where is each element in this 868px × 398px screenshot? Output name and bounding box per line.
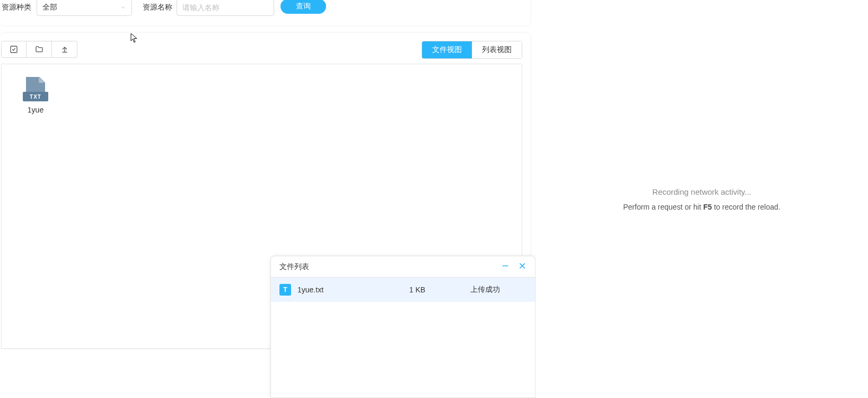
close-button[interactable] (518, 262, 527, 272)
view-switch: 文件视图 列表视图 (422, 41, 522, 59)
minus-icon (501, 262, 510, 270)
devtools-hint-key: F5 (703, 203, 712, 211)
devtools-recording-text: Recording network activity... (652, 187, 751, 196)
upload-file-status: 上传成功 (444, 285, 527, 295)
category-select[interactable]: 全部 (37, 0, 132, 16)
new-folder-button[interactable] (27, 41, 52, 58)
devtools-network-panel: Recording network activity... Perform a … (536, 0, 868, 398)
upload-list-actions (501, 262, 527, 272)
file-manager-page: 资源种类 全部 资源名称 查询 文件视图 列表视图 (0, 0, 536, 398)
filter-bar: 资源种类 全部 资源名称 查询 (0, 0, 530, 25)
query-button[interactable]: 查询 (280, 0, 326, 14)
minimize-button[interactable] (501, 262, 510, 272)
devtools-hint-prefix: Perform a request or hit (623, 203, 703, 211)
upload-button[interactable] (52, 41, 77, 58)
upload-row[interactable]: T 1yue.txt 1 KB 上传成功 (271, 278, 535, 302)
select-all-button[interactable] (1, 41, 27, 58)
check-square-icon (10, 45, 18, 54)
chevron-down-icon (120, 4, 126, 11)
list-view-button[interactable]: 列表视图 (472, 41, 522, 58)
txt-file-icon: TXT (23, 77, 48, 102)
file-name-label: 1yue (28, 106, 43, 114)
upload-list-popup: 文件列表 T 1yue.txt 1 KB 上传成功 (270, 256, 536, 398)
name-label: 资源名称 (143, 3, 172, 12)
upload-list-header: 文件列表 (271, 256, 535, 278)
close-icon (518, 262, 527, 270)
filetype-icon: T (279, 284, 291, 296)
category-selected-text: 全部 (42, 3, 57, 12)
upload-file-size: 1 KB (391, 285, 444, 294)
file-item[interactable]: TXT 1yue (14, 77, 57, 114)
svg-rect-0 (11, 46, 17, 53)
file-view-button[interactable]: 文件视图 (422, 41, 472, 58)
name-input[interactable] (182, 0, 268, 15)
upload-list-title: 文件列表 (279, 262, 309, 272)
upload-icon (60, 45, 69, 54)
name-input-wrap (177, 0, 274, 16)
toolbar (1, 41, 77, 58)
folder-icon (35, 45, 43, 54)
upload-file-name: 1yue.txt (297, 285, 391, 294)
devtools-hint-suffix: to record the reload. (712, 203, 781, 211)
category-label: 资源种类 (2, 3, 31, 12)
file-ext-badge: TXT (23, 92, 48, 101)
devtools-hint-text: Perform a request or hit F5 to record th… (623, 203, 780, 211)
